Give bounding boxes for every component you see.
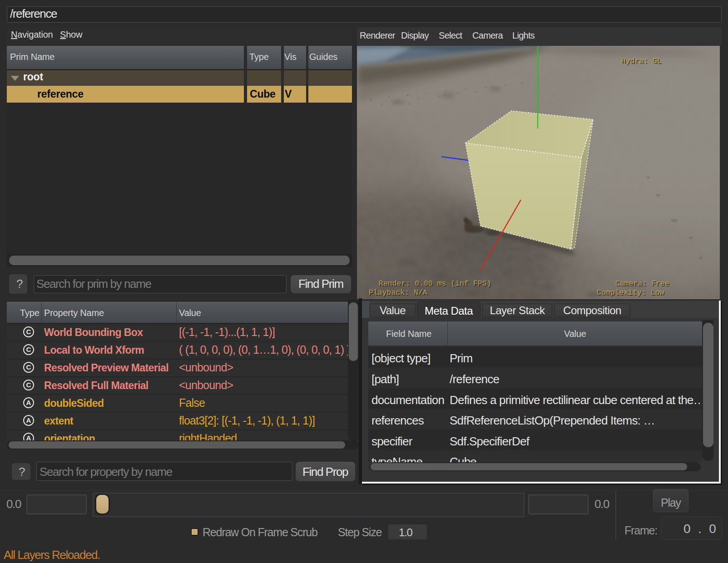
svg-text:Camera: Free: Camera: Free [615,279,669,288]
svg-text:Complexity: Low: Complexity: Low [597,288,664,297]
svg-text:Hydra: GL: Hydra: GL [621,57,662,65]
svg-text:Render: 0.00 ms (inf FPS): Render: 0.00 ms (inf FPS) [379,279,491,288]
svg-text:Playback: N/A: Playback: N/A [369,288,427,297]
